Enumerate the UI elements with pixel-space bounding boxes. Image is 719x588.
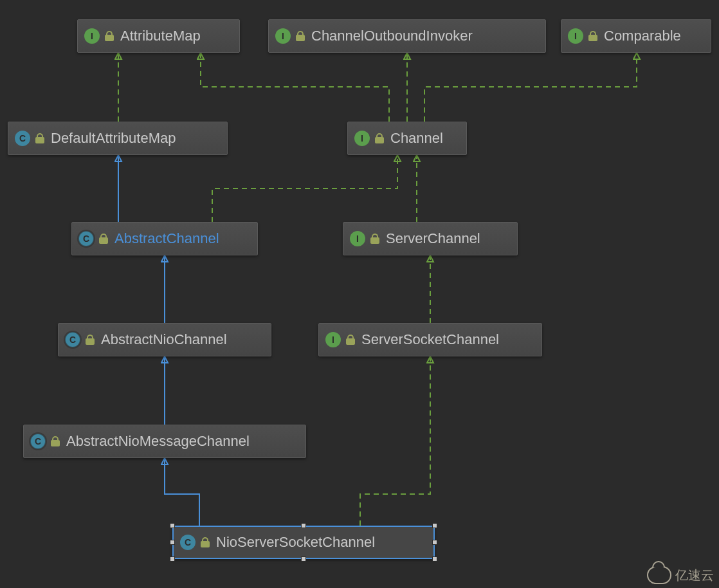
selection-handle[interactable] — [170, 540, 175, 545]
cloud-icon — [647, 566, 671, 584]
node-label: AttributeMap — [120, 28, 201, 44]
selection-handle[interactable] — [301, 523, 306, 528]
uml-node-channel[interactable]: IChannel — [347, 122, 467, 155]
selection-handle[interactable] — [432, 540, 437, 545]
uml-edge-implements — [424, 53, 637, 122]
node-label: DefaultAttributeMap — [51, 130, 176, 147]
lock-icon — [99, 234, 108, 244]
connector-layer — [0, 0, 719, 588]
uml-node-attributeMap[interactable]: IAttributeMap — [77, 19, 240, 53]
lock-icon — [86, 335, 95, 345]
node-label: NioServerSocketChannel — [216, 534, 375, 551]
interface-icon: I — [354, 131, 370, 146]
selection-handle[interactable] — [170, 523, 175, 528]
lock-icon — [370, 234, 379, 244]
lock-icon — [296, 31, 305, 41]
watermark-text: 亿速云 — [675, 567, 714, 584]
lock-icon — [35, 133, 44, 143]
interface-icon: I — [325, 332, 341, 347]
class-icon: C — [78, 231, 94, 246]
uml-node-defaultAttributeMap[interactable]: CDefaultAttributeMap — [8, 122, 228, 155]
interface-icon: I — [84, 28, 100, 44]
lock-icon — [105, 31, 114, 41]
node-label: Comparable — [604, 28, 681, 44]
lock-icon — [588, 31, 597, 41]
uml-node-abstractChannel[interactable]: CAbstractChannel — [71, 222, 258, 255]
node-label: AbstractNioMessageChannel — [66, 433, 250, 450]
class-icon: C — [15, 131, 30, 146]
selection-handle[interactable] — [432, 523, 437, 528]
selection-handle[interactable] — [170, 556, 175, 562]
node-label: AbstractChannel — [114, 230, 219, 247]
interface-icon: I — [568, 28, 583, 44]
node-label: ServerSocketChannel — [361, 331, 499, 348]
uml-edge-implements — [212, 155, 397, 222]
lock-icon — [201, 537, 210, 547]
uml-edge-implements — [201, 53, 389, 122]
selection-handle[interactable] — [432, 556, 437, 562]
uml-node-serverSocketChannel[interactable]: IServerSocketChannel — [318, 323, 542, 356]
uml-edge-implements — [360, 356, 430, 526]
class-icon: C — [180, 535, 196, 550]
uml-node-abstractNioChannel[interactable]: CAbstractNioChannel — [58, 323, 271, 356]
interface-icon: I — [275, 28, 291, 44]
uml-edge-extends — [165, 458, 199, 526]
selection-handle[interactable] — [301, 556, 306, 562]
uml-node-abstractNioMessage[interactable]: CAbstractNioMessageChannel — [23, 425, 306, 458]
uml-node-nioServerSocket[interactable]: CNioServerSocketChannel — [172, 526, 435, 559]
uml-node-comparable[interactable]: IComparable — [561, 19, 711, 53]
node-label: AbstractNioChannel — [101, 331, 227, 348]
node-label: ServerChannel — [386, 230, 480, 247]
lock-icon — [51, 436, 60, 446]
uml-node-serverChannel[interactable]: IServerChannel — [343, 222, 518, 255]
interface-icon: I — [350, 231, 365, 246]
class-icon: C — [30, 434, 46, 449]
lock-icon — [375, 133, 384, 143]
node-label: ChannelOutboundInvoker — [311, 28, 473, 44]
class-icon: C — [65, 332, 80, 347]
uml-node-channelOutbound[interactable]: IChannelOutboundInvoker — [268, 19, 546, 53]
node-label: Channel — [390, 130, 443, 147]
watermark: 亿速云 — [647, 566, 714, 584]
lock-icon — [346, 335, 355, 345]
